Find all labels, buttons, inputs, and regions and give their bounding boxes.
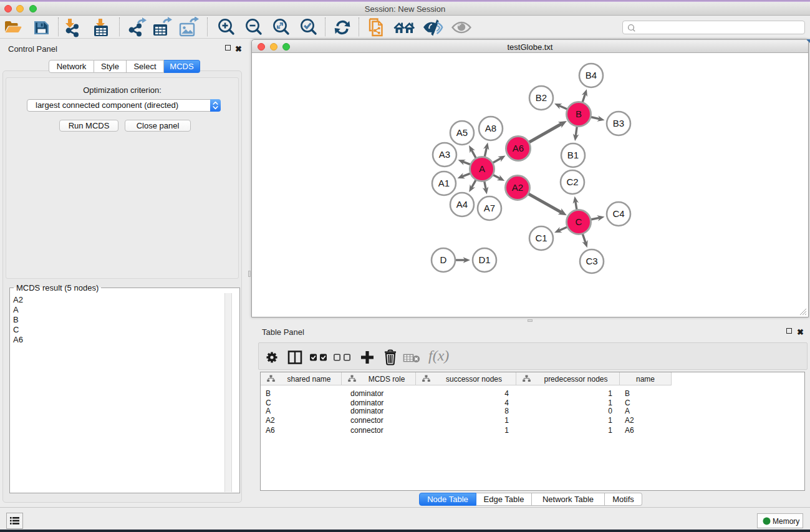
svg-text:B3: B3 bbox=[613, 118, 624, 128]
svg-text:A3: A3 bbox=[439, 149, 450, 160]
svg-text:C4: C4 bbox=[612, 208, 624, 219]
svg-text:C3: C3 bbox=[586, 256, 597, 266]
svg-text:D1: D1 bbox=[478, 254, 490, 265]
svg-text:B: B bbox=[576, 109, 582, 119]
svg-text:C1: C1 bbox=[535, 233, 547, 243]
svg-text:A8: A8 bbox=[485, 123, 496, 133]
svg-text:D: D bbox=[440, 254, 447, 265]
svg-text:B4: B4 bbox=[586, 70, 597, 80]
svg-text:C2: C2 bbox=[566, 177, 578, 187]
svg-text:A4: A4 bbox=[456, 199, 468, 210]
svg-text:A2: A2 bbox=[512, 182, 523, 193]
svg-text:A5: A5 bbox=[456, 127, 468, 138]
svg-text:C: C bbox=[576, 216, 582, 227]
svg-text:A: A bbox=[479, 163, 485, 174]
svg-text:B1: B1 bbox=[567, 150, 579, 160]
svg-text:A7: A7 bbox=[484, 203, 495, 213]
svg-text:B2: B2 bbox=[536, 92, 547, 103]
svg-text:A6: A6 bbox=[513, 143, 524, 153]
svg-text:A1: A1 bbox=[438, 178, 450, 188]
